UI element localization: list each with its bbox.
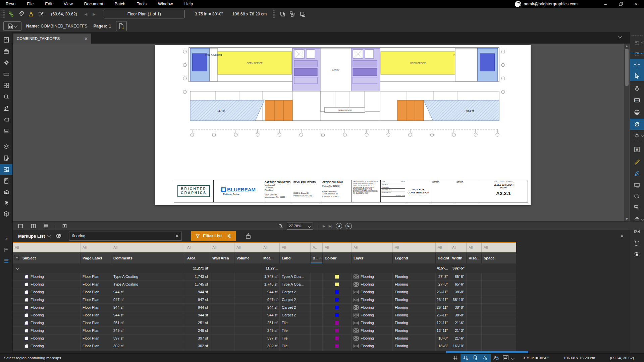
layers-icon[interactable] [0, 141, 12, 152]
cell-mea[interactable]: 251 sf [261, 319, 280, 326]
cell-colour[interactable] [323, 304, 352, 311]
cell-page_label[interactable]: Floor Plan [80, 319, 111, 326]
cell-layer[interactable]: Flooring [352, 342, 393, 350]
cell-rise[interactable] [467, 342, 482, 350]
cell-height[interactable]: 27'-3" [436, 273, 450, 280]
cell-subject[interactable]: Flooring [13, 273, 80, 280]
cell-mea[interactable]: 1,743 sf [261, 273, 280, 280]
cell-width[interactable]: 38'-8" [450, 288, 467, 296]
cell-page_label[interactable]: Floor Plan [80, 335, 111, 342]
filter-space[interactable]: All [482, 243, 516, 252]
text-box-icon[interactable]: A [630, 144, 644, 155]
expand-panel-icon[interactable]: » [0, 233, 12, 244]
detach-view-icon[interactable] [59, 221, 69, 231]
paperclip-icon[interactable] [16, 9, 26, 19]
markups-list-icon[interactable] [0, 255, 12, 266]
duplicate-pages-icon[interactable] [287, 9, 298, 19]
status-scale[interactable]: 3.75 in = 30'-0" [523, 356, 549, 360]
cell-rise[interactable] [467, 273, 482, 280]
cell-mea[interactable]: 249 sf [261, 327, 280, 334]
scrollbar-thumb[interactable] [625, 49, 629, 86]
cell-label[interactable]: Carpet 2 [280, 288, 311, 296]
cell-volume[interactable] [234, 296, 261, 303]
cell-wall_area[interactable] [210, 273, 234, 280]
cell-mea[interactable]: 944 sf [261, 311, 280, 319]
toolbar-grip2[interactable] [273, 10, 276, 18]
cell-legend[interactable]: Flooring [393, 288, 436, 296]
column-header-page_label[interactable]: Page Label [80, 252, 111, 263]
cell-comments[interactable]: 944 sf [111, 288, 185, 296]
cell-width[interactable]: 65'-6" [450, 281, 467, 288]
cell-mea[interactable]: 944 sf [261, 288, 280, 296]
status-chevron-icon[interactable] [511, 356, 515, 360]
collapse-all-icon[interactable]: − [15, 256, 19, 260]
cell-page_label[interactable]: Floor Plan [80, 281, 111, 288]
cell-comments[interactable]: 944 sf [111, 311, 185, 319]
cell-page_label[interactable]: Floor Plan [80, 296, 111, 303]
cell-label[interactable]: Type A Coa... [280, 281, 311, 288]
document-scrollbar[interactable]: ▲ ▼ [624, 44, 629, 221]
cell-comments[interactable]: Type A Coating [111, 273, 185, 280]
cell-rise[interactable] [467, 281, 482, 288]
redo-icon[interactable] [630, 48, 644, 59]
cell-colour[interactable] [323, 311, 352, 319]
visibility-sun-icon[interactable] [630, 130, 644, 141]
snapshot-icon[interactable] [630, 179, 644, 190]
filter-list-button[interactable]: Filter List [191, 231, 236, 241]
reuse-markup-icon[interactable] [491, 354, 501, 362]
cell-comments[interactable]: Type A Coating [111, 281, 185, 288]
cell-volume[interactable] [234, 273, 261, 280]
cell-label[interactable]: Type A Coa... [280, 273, 311, 280]
table-row[interactable]: FlooringFloor Plan302 sf302 sf302 sfTile… [13, 342, 516, 350]
cell-space[interactable] [482, 273, 516, 280]
collapse-panel-icon[interactable]: « [621, 233, 623, 238]
cell-subject[interactable]: Flooring [13, 288, 80, 296]
colour-swatch[interactable] [335, 306, 339, 309]
cell-width[interactable]: 16'-10" [450, 342, 467, 350]
cell-width[interactable]: 65'-6" [450, 273, 467, 280]
menu-view[interactable]: View [58, 2, 78, 6]
cell-area[interactable]: 302 sf [185, 342, 210, 350]
colour-swatch[interactable] [335, 321, 339, 325]
cell-d[interactable] [311, 296, 323, 303]
filter-volume[interactable]: All [234, 243, 261, 252]
cell-layer[interactable]: Flooring [352, 327, 393, 334]
sync-views-icon[interactable] [501, 354, 511, 362]
cell-wall_area[interactable] [210, 311, 234, 319]
filter-rise[interactable]: All [467, 243, 482, 252]
insert-page-button[interactable] [116, 21, 127, 31]
cell-width[interactable]: 21'-6" [450, 319, 467, 326]
cell-comments[interactable]: 302 sf [111, 342, 185, 350]
cell-rise[interactable] [467, 327, 482, 334]
cell-page_label[interactable]: Floor Plan [80, 288, 111, 296]
cell-volume[interactable] [234, 335, 261, 342]
cell-space[interactable] [482, 327, 516, 334]
cell-area[interactable]: 944 sf [185, 288, 210, 296]
cell-label[interactable]: Carpet 2 [280, 304, 311, 311]
cell-d[interactable] [311, 304, 323, 311]
table-row[interactable]: FlooringFloor Plan249 sf249 sf249 sfTile… [13, 327, 516, 335]
cell-comments[interactable]: 397 sf [111, 335, 185, 342]
crosshair-select-icon[interactable] [630, 59, 644, 70]
cell-colour[interactable] [323, 327, 352, 334]
filter-width[interactable]: All [450, 243, 467, 252]
cell-height[interactable]: 26'-11" [436, 311, 450, 319]
cell-legend[interactable]: Flooring [393, 296, 436, 303]
column-header-width[interactable]: Width [450, 252, 467, 263]
cell-mea[interactable]: 947 sf [261, 296, 280, 303]
cell-height[interactable]: 18'-6" [436, 335, 450, 342]
filter-layer[interactable]: All [352, 243, 393, 252]
cell-subject[interactable]: Flooring [13, 335, 80, 342]
tag-icon[interactable] [0, 114, 12, 125]
escape-key-icon[interactable]: esc [630, 95, 644, 106]
cell-legend[interactable]: Flooring [393, 335, 436, 342]
cell-colour[interactable] [323, 288, 352, 296]
cell-label[interactable]: Carpet 2 [280, 311, 311, 319]
column-header-legend[interactable]: Legend [393, 252, 436, 263]
cell-height[interactable]: 18'-6" [436, 342, 450, 350]
next-view-icon[interactable]: ▶ [323, 224, 325, 228]
cell-d[interactable] [311, 281, 323, 288]
colour-swatch[interactable] [335, 313, 339, 317]
link-icon[interactable] [6, 9, 16, 19]
cell-layer[interactable]: Flooring [352, 335, 393, 342]
